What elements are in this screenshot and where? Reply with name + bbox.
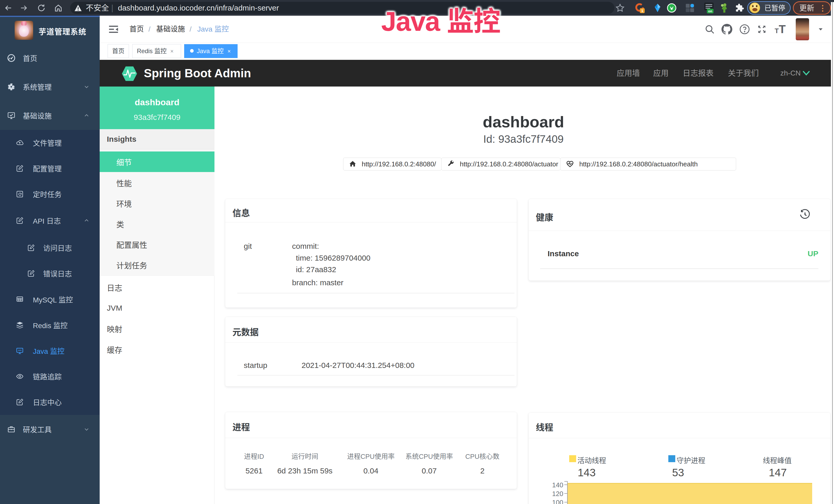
svg-text:on: on <box>708 9 712 13</box>
svg-text:1: 1 <box>641 8 643 13</box>
